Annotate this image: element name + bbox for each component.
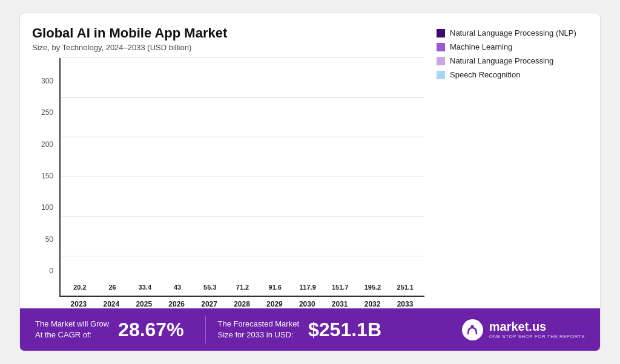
grid-line xyxy=(61,97,424,98)
legend-label-text: Natural Language Processing (NLP) xyxy=(450,28,576,37)
bar-value-label: 33.4 xyxy=(139,284,151,291)
grid-line xyxy=(61,216,424,216)
y-axis-label: 300 xyxy=(32,77,53,85)
bar-value-label: 151.7 xyxy=(332,284,349,291)
y-axis-label: 150 xyxy=(32,172,53,180)
bar-value-label: 20.2 xyxy=(73,284,86,291)
bars-area: 20.22633.44355.371.291.6117.9151.7195.22… xyxy=(59,58,424,297)
x-axis-label: 2027 xyxy=(193,297,226,308)
legend-item: Speech Recognition xyxy=(437,70,582,79)
bar-value-label: 55.3 xyxy=(203,284,216,291)
footer-brand: market.us ONE STOP SHOP FOR THE REPORTS xyxy=(462,319,585,340)
legend-color-box xyxy=(437,43,445,51)
grid-lines xyxy=(61,58,424,296)
bars-wrapper: 20.22633.44355.371.291.6117.9151.7195.22… xyxy=(59,58,424,308)
cagr-label-text: The Market will GrowAt the CAGR of: xyxy=(35,319,109,340)
footer: The Market will GrowAt the CAGR of: 28.6… xyxy=(20,308,600,351)
x-axis-label: 2031 xyxy=(323,297,356,308)
legend-item: Natural Language Processing (NLP) xyxy=(437,28,582,37)
legend-label-text: Machine Learning xyxy=(450,42,512,51)
bar-value-label: 71.2 xyxy=(236,284,249,291)
forecast-label-text: The Forecasted MarketSize for 2033 in US… xyxy=(218,319,299,340)
y-axis-label: 50 xyxy=(32,235,53,244)
footer-cagr-label: The Market will GrowAt the CAGR of: xyxy=(35,319,109,340)
footer-forecast-label: The Forecasted MarketSize for 2033 in US… xyxy=(218,319,299,340)
x-axis-label: 2023 xyxy=(62,297,95,308)
brand-name: market.us xyxy=(489,320,585,334)
brand-text: market.us ONE STOP SHOP FOR THE REPORTS xyxy=(489,320,585,339)
x-labels: 2023202420252026202720282029203020312032… xyxy=(59,297,424,308)
x-axis-label: 2032 xyxy=(356,297,389,308)
bar-value-label: 26 xyxy=(108,284,116,291)
brand-tagline: ONE STOP SHOP FOR THE REPORTS xyxy=(489,334,585,339)
y-axis-label: 200 xyxy=(32,140,53,149)
bar-value-label: 117.9 xyxy=(299,284,316,291)
grid-line xyxy=(61,295,424,296)
legend-item: Natural Language Processing xyxy=(437,56,582,65)
brand-logo-icon xyxy=(466,323,479,336)
grid-line xyxy=(61,137,424,137)
x-axis-label: 2026 xyxy=(160,297,193,308)
forecast-value: $251.1B xyxy=(308,319,381,341)
chart-title: Global AI in Mobile App Market xyxy=(32,25,424,41)
brand-icon xyxy=(462,319,483,340)
grid-line xyxy=(61,256,424,256)
bar-value-label: 91.6 xyxy=(269,284,282,291)
cagr-value: 28.67% xyxy=(118,319,184,341)
legend-label-text: Natural Language Processing xyxy=(450,56,553,65)
x-axis-label: 2030 xyxy=(291,297,323,308)
bar-value-label: 195.2 xyxy=(364,284,381,291)
bar-value-label: 43 xyxy=(174,284,181,291)
legend-item: Machine Learning xyxy=(437,42,582,51)
y-axis-label: 0 xyxy=(32,267,53,275)
chart-body: 300250200150100500 Global AI in Mobile A… xyxy=(20,13,600,308)
legend-label-text: Speech Recognition xyxy=(450,70,520,79)
title-area: Global AI in Mobile App Market Size, by … xyxy=(32,25,424,52)
y-axis-label: 250 xyxy=(32,108,53,117)
y-axis-label: 100 xyxy=(32,203,53,212)
chart-container: 300250200150100500 Global AI in Mobile A… xyxy=(19,13,601,351)
chart-subtitle: Size, by Technology, 2024–2033 (USD bill… xyxy=(32,43,424,52)
x-axis-label: 2029 xyxy=(258,297,291,308)
grid-line xyxy=(61,57,424,58)
legend-color-box xyxy=(437,57,445,65)
x-axis-label: 2028 xyxy=(226,297,259,308)
x-axis-label: 2024 xyxy=(95,297,128,308)
legend-color-box xyxy=(437,71,445,79)
y-axis: 300250200150100500 xyxy=(32,77,53,275)
x-axis-label: 2033 xyxy=(389,297,421,308)
left-section: Global AI in Mobile App Market Size, by … xyxy=(32,25,424,308)
x-axis-label: 2025 xyxy=(128,297,160,308)
grid-line xyxy=(61,177,424,177)
footer-divider xyxy=(205,316,206,343)
chart-area: 20.22633.44355.371.291.6117.9151.7195.22… xyxy=(32,58,424,308)
legend-color-box xyxy=(437,29,445,37)
bar-value-label: 251.1 xyxy=(397,284,414,291)
legend: Natural Language Processing (NLP)Machine… xyxy=(424,25,588,308)
svg-point-0 xyxy=(471,325,474,328)
